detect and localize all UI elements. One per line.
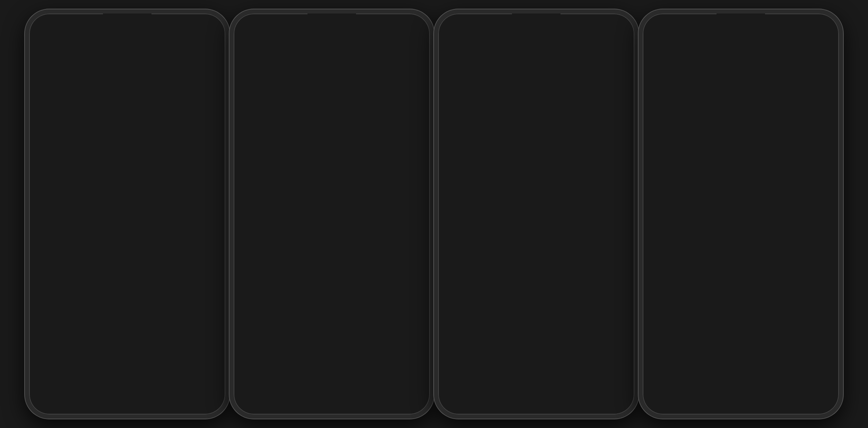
wifi-icon-4 — [813, 26, 818, 30]
dock-messages-2[interactable] — [257, 382, 278, 403]
installed-app-4[interactable]: THE HOME DEPOT Home Depot — [652, 41, 676, 72]
phone-3: 2:50 THE HOME DEPOT — [434, 9, 639, 419]
svg-marker-132 — [525, 84, 634, 242]
phone-4: 2:51 THE HOME DEPOT Home Dep — [639, 9, 843, 419]
dot-1-3 — [532, 374, 535, 376]
app-settings-2[interactable]: Settings — [380, 141, 423, 172]
app-home-2[interactable]: Home — [287, 141, 331, 172]
phone-3-status-icons — [608, 26, 625, 30]
dock-mail-4[interactable] — [709, 382, 730, 403]
app-flo-2[interactable]: floby moen Flo by Moen — [287, 211, 331, 241]
phones-container: 2:47 Pay Quarterly Taxes — [0, 0, 868, 428]
svg-rect-55 — [412, 27, 418, 29]
phone-2-row1: Photos Camera 12639 Clock — [241, 106, 423, 137]
svg-rect-96 — [400, 146, 402, 149]
svg-text:1: 1 — [353, 218, 357, 226]
loading-label-3: Loading... — [451, 68, 469, 72]
battery-icon-3 — [616, 26, 625, 30]
svg-marker-115 — [405, 182, 409, 193]
phone-3-time: 2:50 — [448, 23, 460, 30]
svg-rect-135 — [617, 27, 623, 29]
phone-3-notch — [512, 14, 561, 26]
svg-rect-89 — [309, 155, 310, 157]
phone-2: 2:48 Pay Quarterly Taxes — [229, 9, 434, 419]
app-clock-2[interactable]: 12639 Clock — [333, 106, 377, 137]
dock-messages-4[interactable] — [666, 382, 687, 403]
music-widget-2[interactable]: ESSENTIALS Albert Hammond Jr. Essentials… — [241, 176, 330, 206]
dock-phone-3[interactable] — [590, 382, 611, 403]
svg-text:9: 9 — [349, 117, 350, 119]
dock-safari-4[interactable] — [752, 382, 773, 403]
svg-rect-134 — [624, 27, 625, 29]
dock-safari-2[interactable] — [342, 382, 364, 403]
svg-point-105 — [400, 152, 402, 154]
dock-mail-3[interactable] — [504, 382, 526, 403]
app-photos-2[interactable]: Photos — [241, 106, 284, 137]
phone-1-notch — [103, 14, 151, 26]
dot-2-3 — [538, 374, 540, 376]
svg-text:3: 3 — [360, 117, 361, 119]
app-facetime-2[interactable]: FaceTime — [380, 176, 423, 206]
phone-1-dialog-overlay — [29, 14, 225, 414]
svg-text:HOME: HOME — [661, 53, 668, 56]
svg-text:文: 文 — [356, 148, 360, 153]
homedepot-icon-4[interactable]: THE HOME DEPOT — [652, 41, 676, 65]
dot-1-4 — [737, 374, 739, 376]
music-note-2: ♪ — [323, 188, 326, 195]
phone-2-row3: ESSENTIALS Albert Hammond Jr. Essentials… — [241, 176, 423, 206]
phone-2-widget-label: Calendar — [234, 100, 430, 105]
phone-4-screen: 2:51 THE HOME DEPOT Home Dep — [643, 14, 839, 414]
phone-2-notch — [307, 14, 356, 26]
wifi-icon-3 — [608, 26, 614, 30]
dialog-ok-button-1[interactable]: OK — [123, 169, 132, 176]
battery-icon-4 — [821, 26, 829, 30]
svg-marker-149 — [643, 119, 839, 414]
phone-4-page-dots — [643, 374, 839, 376]
wifi-icon-2 — [404, 26, 409, 30]
loading-app-3: THE HOME DEPOT Loading... — [448, 41, 471, 72]
loading-app-icon-3: THE HOME DEPOT — [448, 41, 471, 65]
app-maps-2[interactable]: 280 Maps — [241, 141, 284, 172]
phone-3-page-dots — [438, 374, 634, 376]
phone-3-screen: 2:50 THE HOME DEPOT — [438, 14, 634, 414]
phone-4-dock — [650, 378, 832, 408]
svg-rect-152 — [828, 27, 829, 29]
svg-rect-88 — [307, 155, 308, 157]
dock-phone-2[interactable] — [385, 382, 407, 403]
svg-point-67 — [307, 118, 308, 119]
dot-2-4 — [742, 374, 745, 376]
svg-text:DEPOT: DEPOT — [660, 56, 669, 59]
phone-2-row4: floby moen Flo by Moen 1 1Password — [241, 211, 423, 241]
dock-phone-4[interactable] — [794, 382, 816, 403]
dock-mail-2[interactable] — [300, 382, 321, 403]
svg-rect-79 — [396, 117, 399, 120]
svg-rect-54 — [419, 27, 420, 29]
phone-1: 2:47 Pay Quarterly Taxes — [25, 9, 229, 419]
homedepot-label-4: Home Depot — [652, 68, 676, 72]
dock-safari-3[interactable] — [547, 382, 568, 403]
app-slack-2[interactable]: Slack — [380, 106, 423, 137]
svg-text:by moen: by moen — [301, 225, 312, 228]
svg-rect-109 — [246, 188, 263, 188]
phone-2-dock — [241, 378, 423, 408]
app-translate-2[interactable]: A文 Translate — [333, 141, 377, 172]
svg-text:DEPOT: DEPOT — [455, 57, 464, 59]
app-tv-2[interactable]: TV TV — [333, 176, 377, 206]
phone-2-status-icons — [404, 26, 420, 30]
phone-4-notch — [717, 14, 765, 26]
music-title-2: Albert Hammond Jr. Essentials — [268, 187, 320, 191]
dialog-title-1: Page Editing and Newly Downloaded Apps — [50, 140, 205, 147]
svg-text:12: 12 — [354, 112, 356, 114]
app-1password-2[interactable]: 1 1Password — [333, 211, 377, 241]
svg-text:TV: TV — [351, 183, 359, 190]
music-subtitle-2: Apple Music Alter... — [268, 191, 320, 195]
svg-text:6: 6 — [354, 122, 355, 124]
svg-text:ESSENTIALS: ESSENTIALS — [247, 184, 262, 187]
phone-2-screen: 2:48 Pay Quarterly Taxes — [234, 14, 430, 414]
battery-icon-2 — [411, 26, 420, 30]
dialog-message-1: New app downloads will now appear in the… — [50, 150, 205, 157]
svg-marker-150 — [729, 84, 839, 242]
svg-rect-97 — [400, 157, 402, 160]
app-camera-2[interactable]: Camera — [287, 106, 331, 137]
dock-messages-3[interactable] — [461, 382, 483, 403]
